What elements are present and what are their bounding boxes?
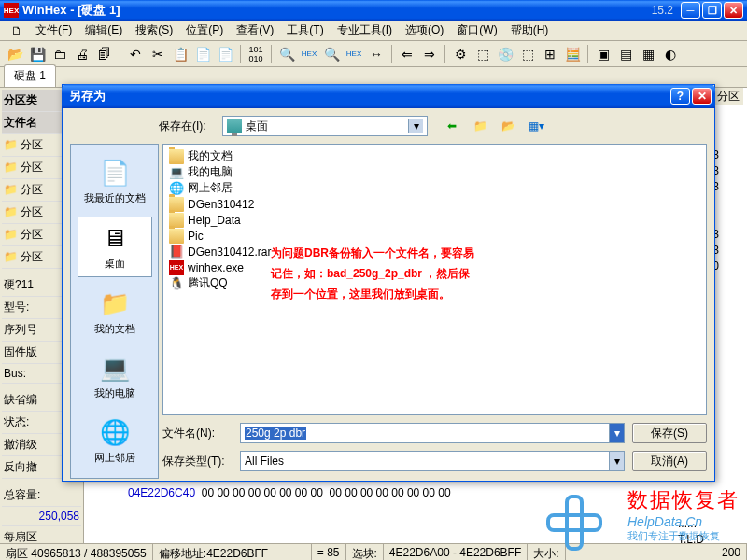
open-icon[interactable]: 📂 bbox=[6, 45, 24, 63]
watermark-url: HelpData.Cn bbox=[627, 514, 740, 529]
status-sector: 扇区 40965813 / 488395055 bbox=[0, 544, 153, 560]
back-icon[interactable]: ⇐ bbox=[398, 45, 416, 63]
save-icon[interactable]: 💾 bbox=[28, 45, 47, 63]
chevron-down-icon[interactable]: ▾ bbox=[609, 424, 624, 442]
menu-file[interactable]: 文件(F) bbox=[30, 21, 78, 40]
forward-icon[interactable]: ⇒ bbox=[420, 45, 439, 63]
menu-tools[interactable]: 工具(T) bbox=[281, 21, 329, 40]
minimize-button[interactable]: ─ bbox=[681, 2, 700, 19]
mydocs-icon: 📁 bbox=[100, 288, 130, 318]
chevron-down-icon[interactable]: ▾ bbox=[609, 452, 624, 470]
folder-icon bbox=[169, 229, 184, 244]
view-menu-icon[interactable]: ▦▾ bbox=[527, 117, 545, 135]
tool4-icon[interactable]: ⬚ bbox=[518, 45, 537, 63]
recent-docs-icon: 📄 bbox=[100, 158, 130, 188]
app-menu-icon[interactable]: 🗋 bbox=[6, 22, 28, 39]
list-item[interactable]: 🌐网上邻居 bbox=[167, 180, 702, 196]
status-offset: 偏移地址:4E22D6BFF bbox=[153, 544, 312, 560]
watermark-slogan: 我们专注于数据恢复 bbox=[627, 529, 740, 543]
qq-icon: 🐧 bbox=[169, 276, 184, 291]
filetype-combo[interactable]: All Files ▾ bbox=[240, 451, 625, 471]
savein-combo[interactable]: 桌面 ▾ bbox=[222, 116, 428, 136]
tool7-icon[interactable]: ▤ bbox=[616, 45, 635, 63]
titlebar: HEX WinHex - [硬盘 1] 15.2 ─ ❐ ✕ bbox=[0, 0, 747, 21]
filetype-value: All Files bbox=[245, 455, 284, 468]
cut-icon[interactable]: ✂ bbox=[148, 45, 167, 63]
menu-protools[interactable]: 专业工具(I) bbox=[331, 21, 398, 40]
close-button[interactable]: ✕ bbox=[724, 2, 743, 19]
cancel-button[interactable]: 取消(A) bbox=[632, 451, 707, 471]
savein-label: 保存在(I): bbox=[159, 119, 215, 134]
rar-icon: 📕 bbox=[169, 245, 184, 259]
list-item[interactable]: DGen310412 bbox=[167, 196, 702, 212]
place-network[interactable]: 🌐 网上邻居 bbox=[78, 412, 152, 470]
desktop-icon bbox=[227, 119, 242, 133]
print-icon[interactable]: 🖨 bbox=[73, 45, 92, 63]
place-mycomputer[interactable]: 💻 我的电脑 bbox=[78, 347, 152, 406]
menu-search[interactable]: 搜索(S) bbox=[130, 21, 178, 40]
maximize-button[interactable]: ❐ bbox=[702, 2, 722, 19]
place-desktop[interactable]: 🖥 桌面 bbox=[78, 217, 152, 277]
menu-help[interactable]: 帮助(H) bbox=[505, 21, 555, 40]
filename-input[interactable]: 250g 2p dbr ▾ bbox=[240, 423, 625, 443]
folder-icon bbox=[169, 149, 184, 164]
tool3-icon[interactable]: 💿 bbox=[496, 45, 514, 63]
dialog-title: 另存为 bbox=[65, 88, 670, 105]
list-item[interactable]: 💻我的电脑 bbox=[167, 164, 702, 180]
list-item[interactable]: 我的文档 bbox=[167, 148, 702, 164]
paste2-icon[interactable]: 📄 bbox=[216, 45, 234, 63]
window-title: WinHex - [硬盘 1] bbox=[22, 2, 652, 19]
place-mydocs[interactable]: 📁 我的文档 bbox=[78, 283, 152, 342]
status-eq: = 85 bbox=[312, 544, 346, 560]
replace-icon[interactable]: 🔍 bbox=[322, 45, 341, 63]
findhex-icon[interactable]: HEX bbox=[300, 45, 318, 63]
tool9-icon[interactable]: ◐ bbox=[661, 45, 680, 63]
list-item[interactable]: Pic bbox=[167, 228, 702, 244]
version-label: 15.2 bbox=[652, 4, 673, 17]
calc-icon[interactable]: 🧮 bbox=[563, 45, 582, 63]
file-list[interactable]: 我的文档 💻我的电脑 🌐网上邻居 DGen310412 Help_Data Pi… bbox=[162, 144, 707, 415]
undo-icon[interactable]: ↶ bbox=[126, 45, 145, 63]
tool6-icon[interactable]: ▣ bbox=[594, 45, 613, 63]
replacehex-icon[interactable]: HEX bbox=[345, 45, 363, 63]
status-sel: 选块: bbox=[346, 544, 384, 560]
tool8-icon[interactable]: ▦ bbox=[639, 45, 657, 63]
menu-window[interactable]: 窗口(W) bbox=[451, 21, 502, 40]
filename-label: 文件名(N): bbox=[162, 426, 233, 441]
new-folder-icon[interactable]: 📂 bbox=[499, 117, 517, 135]
save-button[interactable]: 保存(S) bbox=[632, 423, 707, 443]
menu-edit[interactable]: 编辑(E) bbox=[79, 21, 128, 40]
network-icon: 🌐 bbox=[100, 417, 130, 447]
tool2-icon[interactable]: ⬚ bbox=[473, 45, 492, 63]
persector-label: 每扇区 bbox=[2, 526, 81, 545]
nav-up-icon[interactable]: 📁 bbox=[471, 117, 489, 135]
menu-options[interactable]: 选项(O) bbox=[400, 21, 449, 40]
copy-icon[interactable]: 📋 bbox=[171, 45, 190, 63]
watermark-text: 数据恢复者 HelpData.Cn 我们专注于数据恢复 bbox=[627, 486, 740, 543]
tool1-icon[interactable]: ⚙ bbox=[451, 45, 470, 63]
dialog-help-button[interactable]: ? bbox=[670, 88, 690, 105]
folder-icon[interactable]: 🗀 bbox=[50, 45, 69, 63]
menu-view[interactable]: 查看(V) bbox=[231, 21, 279, 40]
computer-icon: 💻 bbox=[100, 353, 130, 383]
place-recent[interactable]: 📄 我最近的文档 bbox=[78, 152, 152, 211]
watermark-title: 数据恢复者 bbox=[627, 486, 740, 514]
dialog-close-button[interactable]: ✕ bbox=[692, 88, 712, 105]
chevron-down-icon[interactable]: ▾ bbox=[408, 119, 423, 133]
menu-position[interactable]: 位置(P) bbox=[180, 21, 229, 40]
watermark-logo bbox=[546, 495, 602, 551]
list-item[interactable]: Help_Data bbox=[167, 212, 702, 228]
binary-icon[interactable]: 101010 bbox=[247, 45, 265, 63]
total-label: 总容量: bbox=[2, 484, 81, 507]
tab-disk1[interactable]: 硬盘 1 bbox=[4, 64, 56, 87]
tool5-icon[interactable]: ⊞ bbox=[541, 45, 559, 63]
find-icon[interactable]: 🔍 bbox=[277, 45, 296, 63]
toolbar: 📂 💾 🗀 🖨 🗐 ↶ ✂ 📋 📄 📄 101010 🔍 HEX 🔍 HEX ↔… bbox=[0, 41, 747, 67]
paste-icon[interactable]: 📄 bbox=[193, 45, 212, 63]
goto-icon[interactable]: ↔ bbox=[367, 45, 386, 63]
nav-back-icon[interactable]: ⬅ bbox=[443, 117, 461, 135]
status-range: 4E22D6A00 - 4E22D6BFF bbox=[384, 544, 528, 560]
desktop-icon: 🖥 bbox=[100, 223, 130, 253]
places-bar: 📄 我最近的文档 🖥 桌面 📁 我的文档 💻 我的电脑 🌐 网上邻 bbox=[70, 144, 159, 479]
properties-icon[interactable]: 🗐 bbox=[95, 45, 114, 63]
